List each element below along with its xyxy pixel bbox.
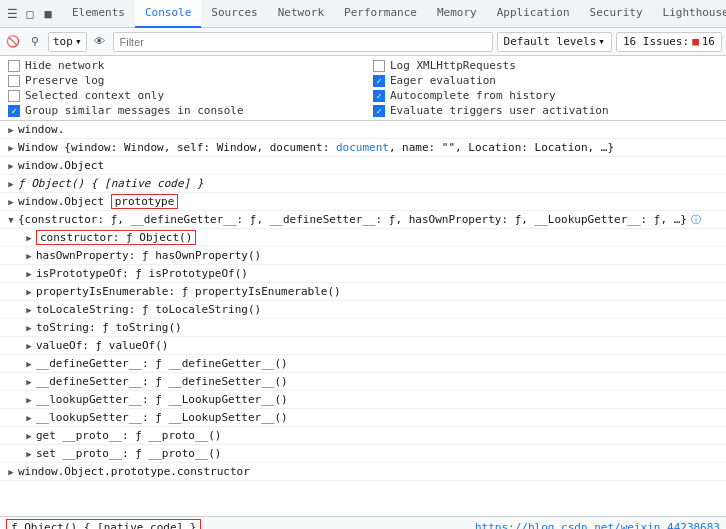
console-line-16[interactable]: ▶ __lookupGetter__: ƒ __LookupGetter__() bbox=[0, 391, 726, 409]
context-dropdown[interactable]: top ▾ bbox=[48, 32, 87, 52]
eval-triggers-row[interactable]: ✓ Evaluate triggers user activation bbox=[373, 104, 609, 117]
line-text-20: window.Object.prototype.constructor bbox=[18, 465, 250, 478]
arrow-2: ▶ bbox=[4, 143, 18, 153]
console-line-2[interactable]: ▶ Window {window: Window, self: Window, … bbox=[0, 139, 726, 157]
arrow-3: ▶ bbox=[4, 161, 18, 171]
line-text-11: toLocaleString: ƒ toLocaleString() bbox=[36, 303, 261, 316]
console-line-19[interactable]: ▶ set __proto__: ƒ __proto__() bbox=[0, 445, 726, 463]
status-link[interactable]: https://blog.csdn.net/weixin_44238683 bbox=[475, 521, 720, 529]
console-line-13[interactable]: ▶ valueOf: ƒ valueOf() bbox=[0, 337, 726, 355]
arrow-9: ▶ bbox=[22, 269, 36, 279]
arrow-19: ▶ bbox=[22, 449, 36, 459]
clear-console-icon[interactable]: 🚫 bbox=[4, 33, 22, 51]
eager-eval-label: Eager evaluation bbox=[390, 74, 496, 87]
line-text-9: isPrototypeOf: ƒ isPrototypeOf() bbox=[36, 267, 248, 280]
tab-application[interactable]: Application bbox=[487, 0, 580, 28]
line-text-14: __defineGetter__: ƒ __defineGetter__() bbox=[36, 357, 288, 370]
line-text-19: set __proto__: ƒ __proto__() bbox=[36, 447, 221, 460]
arrow-16: ▶ bbox=[22, 395, 36, 405]
console-line-9[interactable]: ▶ isPrototypeOf: ƒ isPrototypeOf() bbox=[0, 265, 726, 283]
filter-input[interactable] bbox=[113, 32, 493, 52]
console-line-17[interactable]: ▶ __lookupSetter__: ƒ __LookupSetter__() bbox=[0, 409, 726, 427]
arrow-12: ▶ bbox=[22, 323, 36, 333]
line-text-7: constructor: ƒ Object() bbox=[36, 230, 196, 245]
hide-network-cb[interactable] bbox=[8, 60, 20, 72]
issues-count: 16 bbox=[702, 35, 715, 48]
console-line-10[interactable]: ▶ propertyIsEnumerable: ƒ propertyIsEnum… bbox=[0, 283, 726, 301]
arrow-8: ▶ bbox=[22, 251, 36, 261]
console-line-7[interactable]: ▶ constructor: ƒ Object() bbox=[0, 229, 726, 247]
line-text-18: get __proto__: ƒ __proto__() bbox=[36, 429, 221, 442]
tab-console[interactable]: Console bbox=[135, 0, 201, 28]
group-similar-row[interactable]: ✓ Group similar messages in console bbox=[8, 104, 353, 117]
console-line-14[interactable]: ▶ __defineGetter__: ƒ __defineGetter__() bbox=[0, 355, 726, 373]
console-line-12[interactable]: ▶ toString: ƒ toString() bbox=[0, 319, 726, 337]
devtools-icons: ☰ □ ■ bbox=[4, 6, 56, 22]
eval-triggers-cb[interactable]: ✓ bbox=[373, 105, 385, 117]
preserve-log-row[interactable]: Preserve log bbox=[8, 74, 353, 87]
arrow-17: ▶ bbox=[22, 413, 36, 423]
tab-performance[interactable]: Performance bbox=[334, 0, 427, 28]
console-line-1[interactable]: ▶ window. bbox=[0, 121, 726, 139]
settings-bar: Hide network Preserve log Selected conte… bbox=[0, 56, 726, 121]
console-toolbar: 🚫 ⚲ top ▾ 👁 Default levels ▾ 16 Issues: … bbox=[0, 28, 726, 56]
devtools-icon-2[interactable]: □ bbox=[22, 6, 38, 22]
devtools-icon-3[interactable]: ■ bbox=[40, 6, 56, 22]
autocomplete-cb[interactable]: ✓ bbox=[373, 90, 385, 102]
console-output: ▶ window. ▶ Window {window: Window, self… bbox=[0, 121, 726, 516]
levels-dropdown[interactable]: Default levels ▾ bbox=[497, 32, 612, 52]
tab-network[interactable]: Network bbox=[268, 0, 334, 28]
log-xmlhttp-row[interactable]: Log XMLHttpRequests bbox=[373, 59, 516, 72]
filter-icon[interactable]: ⚲ bbox=[26, 33, 44, 51]
line-text-3: window.Object bbox=[18, 159, 104, 172]
line-text-17: __lookupSetter__: ƒ __LookupSetter__() bbox=[36, 411, 288, 424]
selected-context-label: Selected context only bbox=[25, 89, 164, 102]
issues-label: 16 Issues: bbox=[623, 35, 689, 48]
status-highlighted-text: ƒ Object() { [native code] } bbox=[6, 519, 201, 529]
line-text-12: toString: ƒ toString() bbox=[36, 321, 182, 334]
console-line-18[interactable]: ▶ get __proto__: ƒ __proto__() bbox=[0, 427, 726, 445]
console-line-8[interactable]: ▶ hasOwnProperty: ƒ hasOwnProperty() bbox=[0, 247, 726, 265]
console-line-3[interactable]: ▶ window.Object bbox=[0, 157, 726, 175]
console-line-11[interactable]: ▶ toLocaleString: ƒ toLocaleString() bbox=[0, 301, 726, 319]
tab-memory[interactable]: Memory bbox=[427, 0, 487, 28]
arrow-18: ▶ bbox=[22, 431, 36, 441]
console-line-5[interactable]: ▶ window.Object prototype bbox=[0, 193, 726, 211]
arrow-10: ▶ bbox=[22, 287, 36, 297]
arrow-1: ▶ bbox=[4, 125, 18, 135]
issues-badge[interactable]: 16 Issues: ■ 16 bbox=[616, 32, 722, 52]
context-label: top bbox=[53, 35, 73, 48]
devtools-icon-1[interactable]: ☰ bbox=[4, 6, 20, 22]
hide-network-row[interactable]: Hide network bbox=[8, 59, 353, 72]
tab-sources[interactable]: Sources bbox=[201, 0, 267, 28]
tab-elements[interactable]: Elements bbox=[62, 0, 135, 28]
eager-eval-row[interactable]: ✓ Eager evaluation bbox=[373, 74, 496, 87]
log-xmlhttp-cb[interactable] bbox=[373, 60, 385, 72]
console-line-4[interactable]: ▶ ƒ Object() { [native code] } bbox=[0, 175, 726, 193]
preserve-log-cb[interactable] bbox=[8, 75, 20, 87]
preserve-log-label: Preserve log bbox=[25, 74, 104, 87]
console-line-6[interactable]: ▼ {constructor: ƒ, __defineGetter__: ƒ, … bbox=[0, 211, 726, 229]
console-line-15[interactable]: ▶ __defineSetter__: ƒ __defineSetter__() bbox=[0, 373, 726, 391]
context-arrow: ▾ bbox=[75, 35, 82, 48]
eye-icon[interactable]: 👁 bbox=[91, 33, 109, 51]
eval-triggers-label: Evaluate triggers user activation bbox=[390, 104, 609, 117]
tab-lighthouse[interactable]: Lighthouse bbox=[653, 0, 726, 28]
line-text-6: {constructor: ƒ, __defineGetter__: ƒ, __… bbox=[18, 213, 701, 227]
tab-bar: ☰ □ ■ Elements Console Sources Network P… bbox=[0, 0, 726, 28]
selected-context-row[interactable]: Selected context only bbox=[8, 89, 353, 102]
selected-context-cb[interactable] bbox=[8, 90, 20, 102]
arrow-4: ▶ bbox=[4, 179, 18, 189]
line-text-10: propertyIsEnumerable: ƒ propertyIsEnumer… bbox=[36, 285, 341, 298]
line-text-5: window.Object prototype bbox=[18, 195, 178, 208]
line-text-4: ƒ Object() { [native code] } bbox=[18, 177, 203, 190]
group-similar-label: Group similar messages in console bbox=[25, 104, 244, 117]
eager-eval-cb[interactable]: ✓ bbox=[373, 75, 385, 87]
autocomplete-row[interactable]: ✓ Autocomplete from history bbox=[373, 89, 556, 102]
arrow-20: ▶ bbox=[4, 467, 18, 477]
console-line-20[interactable]: ▶ window.Object.prototype.constructor bbox=[0, 463, 726, 481]
settings-left: Hide network Preserve log Selected conte… bbox=[8, 59, 353, 117]
hide-network-label: Hide network bbox=[25, 59, 104, 72]
tab-security[interactable]: Security bbox=[580, 0, 653, 28]
group-similar-cb[interactable]: ✓ bbox=[8, 105, 20, 117]
